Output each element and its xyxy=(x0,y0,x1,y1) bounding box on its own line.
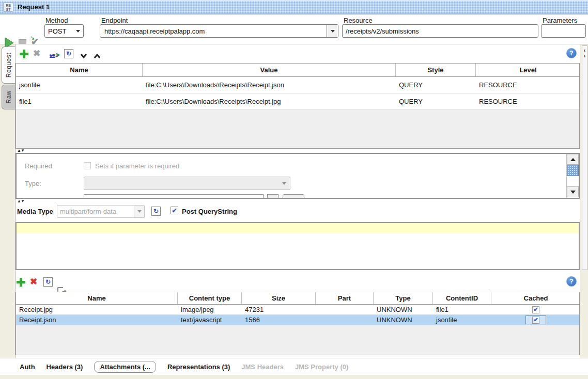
media-type-label: Media Type xyxy=(17,208,53,215)
tab-representations[interactable]: Representations (3) xyxy=(167,363,230,371)
attachments-table-header: Name Content type Size Part Type Content… xyxy=(16,292,579,305)
sync-params-button[interactable]: ↻ xyxy=(64,49,73,58)
attachment-row-selected[interactable]: Receipt.json text/javascript 1566 UNKNOW… xyxy=(16,315,579,325)
param-row[interactable]: file1 file:C:\Users\Downloads\Receipts\R… xyxy=(16,93,579,110)
media-type-dropdown-button[interactable] xyxy=(134,206,144,217)
delete-attachment-button[interactable]: ✖ xyxy=(30,277,37,286)
attachment-name-cell[interactable]: Receipt.json xyxy=(16,315,178,325)
tab-jms-headers[interactable]: JMS Headers xyxy=(241,363,284,371)
col-header-size[interactable]: Size xyxy=(242,292,316,305)
param-level-cell[interactable]: RESOURCE xyxy=(476,77,580,93)
attachment-part-cell[interactable] xyxy=(316,315,374,325)
splitter-handle[interactable]: ▲▼ xyxy=(17,199,24,203)
scroll-up-button[interactable] xyxy=(567,154,579,165)
col-header-type[interactable]: Type xyxy=(374,292,433,305)
col-header-part[interactable]: Part xyxy=(316,292,374,305)
plus-icon xyxy=(20,50,28,58)
cached-checkbox[interactable]: ✔ xyxy=(532,306,539,313)
add-param-button[interactable] xyxy=(20,50,28,60)
col-header-level[interactable]: Level xyxy=(476,64,580,77)
attachment-cached-cell[interactable]: ✔ xyxy=(491,305,580,314)
splitter-handle[interactable]: ▲▼ xyxy=(17,148,24,153)
params-help-button[interactable]: ? xyxy=(566,48,577,58)
tab-auth[interactable]: Auth xyxy=(20,363,35,371)
param-value-cell[interactable]: file:C:\Users\Downloads\Receipts\Receipt… xyxy=(143,93,396,109)
tab-raw-label: Raw xyxy=(5,90,12,104)
col-header-cached[interactable]: Cached xyxy=(491,292,580,305)
bottom-tab-bar: Auth Headers (3) Attachments (... Repres… xyxy=(0,358,588,375)
attachment-contentid-cell[interactable]: jsonfile xyxy=(433,315,491,325)
delete-param-button[interactable]: ✖ xyxy=(33,49,40,58)
params-table-header: Name Value Style Level xyxy=(16,64,579,77)
reload-attachment-button[interactable]: ↻ xyxy=(43,277,53,287)
cached-cell-editor[interactable]: ✔ xyxy=(525,315,546,324)
attachment-type-cell[interactable]: UNKNOWN xyxy=(374,315,433,325)
plus-icon xyxy=(17,278,25,287)
attachment-content-type-cell[interactable]: image/jpeg xyxy=(178,305,242,314)
method-select[interactable]: POST xyxy=(44,24,84,38)
param-level-cell[interactable]: RESOURCE xyxy=(476,93,580,109)
attachment-row[interactable]: Receipt.jpg image/jpeg 47231 UNKNOWN fil… xyxy=(16,305,579,315)
chevron-right-icon[interactable]: › xyxy=(584,53,585,59)
required-checkbox[interactable] xyxy=(84,162,91,169)
attachment-size-cell[interactable]: 1566 xyxy=(242,315,316,325)
request-body-editor[interactable] xyxy=(16,222,580,270)
attachment-size-cell[interactable]: 47231 xyxy=(242,305,316,314)
update-params-from-url-button[interactable]: URL ➜ xyxy=(50,50,60,59)
right-splitter-bar[interactable]: ‹ › xyxy=(582,45,587,270)
tab-request[interactable]: Request xyxy=(2,46,15,84)
attachment-type-cell[interactable]: UNKNOWN xyxy=(374,305,433,314)
details-scrollbar[interactable] xyxy=(566,154,579,198)
resource-input[interactable]: /receipts/v2/submissions xyxy=(342,24,538,38)
partial-small-button[interactable] xyxy=(267,194,278,199)
post-querystring-checkbox[interactable]: ✔ xyxy=(171,207,178,214)
recreate-media-type-button[interactable]: ↻ xyxy=(151,207,161,216)
attachment-part-cell[interactable] xyxy=(316,305,374,314)
attachment-contentid-cell[interactable]: file1 xyxy=(433,305,491,314)
tab-jms-property[interactable]: JMS Property (0) xyxy=(295,363,348,371)
scroll-down-button[interactable] xyxy=(567,186,579,197)
param-style-cell[interactable]: QUERY xyxy=(396,77,476,93)
splitter-arrows-icon: ▲▼ xyxy=(17,148,24,153)
add-attachment-button[interactable] xyxy=(17,278,25,289)
cached-checkbox[interactable]: ✔ xyxy=(532,317,539,324)
partial-button[interactable] xyxy=(283,194,304,199)
param-details-panel: Required: Sets if parameter is required … xyxy=(16,153,580,199)
scrollbar-track[interactable] xyxy=(567,176,579,186)
param-name-cell[interactable]: file1 xyxy=(16,93,143,109)
attachments-help-button[interactable]: ? xyxy=(566,276,577,287)
scrollbar-thumb[interactable] xyxy=(567,165,579,176)
endpoint-combobox[interactable]: https://caqaapi.receiptpalapp.com xyxy=(100,24,338,38)
check-icon: ✔ xyxy=(533,317,538,323)
col-header-name[interactable]: Name xyxy=(16,64,143,77)
attachment-cached-cell[interactable]: ✔ xyxy=(491,315,580,325)
tab-raw[interactable]: Raw xyxy=(2,85,15,109)
param-value-cell[interactable]: file:C:\Users\Downloads\Receipts\Receipt… xyxy=(143,77,396,93)
col-header-content-type[interactable]: Content type xyxy=(178,292,242,305)
parameters-input[interactable] xyxy=(541,24,586,38)
tab-attachments[interactable]: Attachments (... xyxy=(94,361,156,373)
chevron-left-icon[interactable]: ‹ xyxy=(584,48,585,53)
col-header-name[interactable]: Name xyxy=(16,292,178,305)
attachment-content-type-cell[interactable]: text/javascript xyxy=(178,315,242,325)
param-name-cell[interactable]: jsonfile xyxy=(16,77,143,93)
question-icon: ? xyxy=(569,50,573,57)
col-header-style[interactable]: Style xyxy=(396,64,476,77)
endpoint-label: Endpoint xyxy=(101,17,128,24)
param-row[interactable]: jsonfile file:C:\Users\Downloads\Receipt… xyxy=(16,77,579,93)
move-param-up-button[interactable] xyxy=(94,51,100,60)
param-style-cell[interactable]: QUERY xyxy=(396,93,476,109)
media-type-select[interactable]: multipart/form-data xyxy=(57,205,145,218)
attachment-name-cell[interactable]: Receipt.jpg xyxy=(16,305,178,314)
move-param-down-button[interactable] xyxy=(81,51,87,60)
col-header-contentid[interactable]: ContentID xyxy=(433,292,491,305)
window-title: Request 1 xyxy=(18,3,50,11)
body-current-line-highlight[interactable] xyxy=(17,223,579,233)
method-label: Method xyxy=(45,17,68,24)
col-header-value[interactable]: Value xyxy=(143,64,396,77)
endpoint-dropdown-button[interactable] xyxy=(327,25,338,37)
default-value-input[interactable] xyxy=(84,194,264,199)
tab-headers[interactable]: Headers (3) xyxy=(47,363,83,371)
resource-label: Resource xyxy=(344,17,373,24)
type-select[interactable] xyxy=(84,177,290,190)
